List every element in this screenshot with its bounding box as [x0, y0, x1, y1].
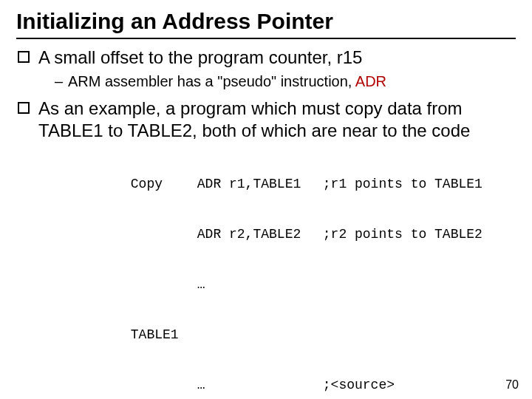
code-row-1: CopyADR r1,TABLE1;r1 points to TABLE1 [83, 164, 516, 204]
slide: Initializing an Address Pointer A small … [0, 0, 532, 399]
bullet-1-sublist: ARM assembler has a "pseudo" instruction… [38, 72, 516, 92]
code-instr: ADR r2,TABLE2 [197, 228, 323, 241]
bullet-1-text: A small offset to the program counter, r… [38, 47, 362, 67]
code-row-2: ADR r2,TABLE2;r2 points to TABLE2 [83, 214, 516, 254]
bullet-1-sub-adr: ADR [355, 73, 386, 89]
code-row-3: … [83, 265, 516, 304]
page-title: Initializing an Address Pointer [16, 9, 516, 39]
code-comment: ;r2 points to TABLE2 [323, 228, 482, 241]
bullet-list: A small offset to the program counter, r… [16, 47, 516, 142]
code-instr: ADR r1,TABLE1 [197, 177, 323, 191]
bullet-2-text: As an example, a program which must copy… [38, 98, 470, 140]
code-label: TABLE1 [131, 328, 197, 341]
code-instr: … [197, 278, 323, 291]
code-label: Copy [131, 177, 197, 191]
code-block: CopyADR r1,TABLE1;r1 points to TABLE1 AD… [83, 164, 516, 400]
code-row-4: TABLE1 [83, 315, 516, 355]
bullet-1: A small offset to the program counter, r… [18, 47, 516, 92]
bullet-1-sub: ARM assembler has a "pseudo" instruction… [55, 72, 516, 92]
code-instr: … [197, 378, 323, 392]
code-row-5: …;<source> [83, 365, 516, 400]
page-number: 70 [505, 378, 519, 392]
bullet-2: As an example, a program which must copy… [18, 98, 516, 142]
code-comment: ;r1 points to TABLE1 [323, 177, 482, 191]
bullet-1-sub-prefix: ARM assembler has a "pseudo" instruction… [68, 73, 355, 89]
code-comment: ;<source> [323, 378, 395, 392]
